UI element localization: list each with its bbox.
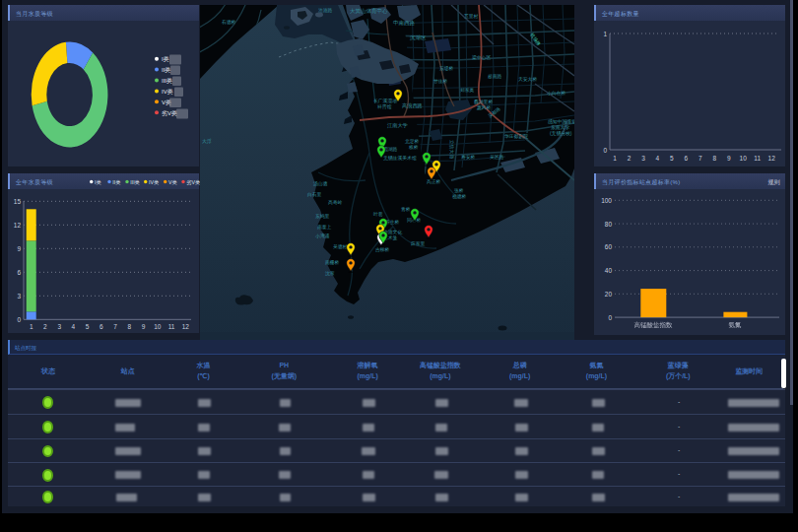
svg-text:总磷: 总磷 bbox=[512, 361, 527, 369]
svg-text:天安大桥: 天安大桥 bbox=[518, 76, 537, 82]
svg-text:石塘桥: 石塘桥 bbox=[222, 19, 236, 26]
svg-text:6: 6 bbox=[685, 155, 689, 162]
svg-text:滨湖区: 滨湖区 bbox=[410, 34, 427, 41]
svg-text:小白在桥: 小白在桥 bbox=[547, 91, 565, 96]
svg-text:0: 0 bbox=[17, 316, 21, 323]
svg-text:1: 1 bbox=[613, 155, 617, 162]
svg-text:9: 9 bbox=[17, 245, 21, 252]
svg-text:10: 10 bbox=[154, 323, 162, 330]
svg-text:汤山塘: 汤山塘 bbox=[313, 180, 328, 187]
svg-text:6: 6 bbox=[17, 269, 21, 276]
svg-text:80: 80 bbox=[605, 221, 613, 228]
svg-text:2: 2 bbox=[43, 323, 47, 330]
svg-text:100: 100 bbox=[601, 197, 612, 204]
svg-text:(mg/L): (mg/L) bbox=[509, 372, 530, 380]
svg-text:1: 1 bbox=[603, 31, 607, 37]
svg-text:12: 12 bbox=[14, 222, 22, 229]
svg-text:水温: 水温 bbox=[196, 362, 211, 369]
svg-text:立信大道: 立信大道 bbox=[448, 140, 455, 159]
svg-text:高锰酸盐指数: 高锰酸盐指数 bbox=[420, 361, 461, 369]
svg-text:劣V类: 劣V类 bbox=[186, 179, 200, 186]
svg-text:高浪西路: 高浪西路 bbox=[402, 102, 423, 109]
svg-text:9: 9 bbox=[142, 323, 146, 330]
svg-text:3: 3 bbox=[17, 293, 21, 299]
svg-text:II类: II类 bbox=[112, 179, 120, 185]
svg-text:高正桥: 高正桥 bbox=[427, 178, 441, 184]
svg-text:(mg/L): (mg/L) bbox=[586, 372, 607, 380]
svg-text:站点: 站点 bbox=[120, 367, 135, 375]
svg-text:4: 4 bbox=[656, 155, 660, 162]
svg-text:11: 11 bbox=[754, 155, 761, 162]
svg-text:状态: 状态 bbox=[40, 367, 56, 375]
svg-text:蓝绿藻: 蓝绿藻 bbox=[667, 362, 689, 369]
svg-text:惠风桥: 惠风桥 bbox=[476, 105, 492, 110]
svg-text:溶解氧: 溶解氧 bbox=[357, 361, 378, 369]
svg-text:II类: II类 bbox=[162, 67, 170, 73]
svg-text:郑家奥: 郑家奥 bbox=[460, 87, 475, 93]
svg-text:机场路: 机场路 bbox=[528, 33, 541, 47]
svg-text:7: 7 bbox=[698, 155, 702, 162]
svg-text:V类: V类 bbox=[168, 179, 177, 185]
svg-text:III类: III类 bbox=[162, 78, 172, 84]
svg-text:叶巷: 叶巷 bbox=[373, 212, 383, 217]
svg-text:中南西路: 中南西路 bbox=[393, 20, 416, 27]
svg-text:IV类: IV类 bbox=[149, 179, 159, 185]
svg-text:(无锡分校): (无锡分校) bbox=[550, 130, 572, 137]
svg-text:科霄馆: 科霄馆 bbox=[377, 103, 392, 110]
svg-text:超南路: 超南路 bbox=[488, 74, 502, 80]
svg-text:祝塘桥: 祝塘桥 bbox=[452, 193, 467, 200]
svg-text:高锰酸盐指数: 高锰酸盐指数 bbox=[634, 321, 674, 329]
svg-text:IV类: IV类 bbox=[162, 89, 173, 95]
svg-text:0: 0 bbox=[608, 314, 612, 321]
svg-text:白石里: 白石里 bbox=[307, 191, 322, 197]
svg-text:高奇岭: 高奇岭 bbox=[328, 199, 343, 205]
svg-text:板桥: 板桥 bbox=[409, 145, 419, 150]
svg-text:(无量纲): (无量纲) bbox=[272, 371, 298, 380]
svg-text:吴塘村: 吴塘村 bbox=[333, 243, 348, 250]
svg-text:江南大学: 江南大学 bbox=[387, 122, 408, 129]
svg-text:甘佳桥: 甘佳桥 bbox=[433, 79, 448, 84]
svg-text:东鸠里: 东鸠里 bbox=[315, 213, 330, 219]
svg-text:20: 20 bbox=[605, 291, 613, 298]
svg-text:12: 12 bbox=[768, 155, 776, 162]
svg-text:寿安桥: 寿安桥 bbox=[461, 154, 476, 160]
svg-text:3: 3 bbox=[57, 323, 61, 330]
svg-text:2: 2 bbox=[628, 155, 632, 162]
svg-text:(℃): (℃) bbox=[197, 372, 209, 380]
svg-text:吉柳桥: 吉柳桥 bbox=[375, 247, 390, 253]
svg-text:氨氮: 氨氮 bbox=[729, 321, 743, 328]
svg-text:无锡佳溪美术馆: 无锡佳溪美术馆 bbox=[383, 155, 417, 162]
svg-text:氨氮: 氨氮 bbox=[589, 362, 604, 369]
svg-text:5: 5 bbox=[86, 323, 90, 330]
svg-text:梁中心区: 梁中心区 bbox=[472, 54, 491, 60]
svg-text:(万个/L): (万个/L) bbox=[666, 372, 691, 380]
svg-text:I类: I类 bbox=[162, 56, 169, 62]
svg-text:12: 12 bbox=[182, 323, 190, 330]
svg-text:9: 9 bbox=[727, 155, 731, 162]
svg-text:监测时间: 监测时间 bbox=[735, 367, 763, 375]
svg-text:3: 3 bbox=[641, 155, 645, 162]
svg-text:华庄都剧院: 华庄都剧院 bbox=[504, 133, 528, 140]
svg-text:南栅桥: 南栅桥 bbox=[325, 259, 340, 265]
svg-text:大浮: 大浮 bbox=[202, 138, 212, 144]
svg-text:青桥: 青桥 bbox=[401, 207, 411, 212]
svg-text:东堤桥: 东堤桥 bbox=[439, 65, 454, 72]
svg-text:4: 4 bbox=[72, 323, 76, 330]
svg-text:薛家里: 薛家里 bbox=[411, 240, 426, 246]
svg-text:11: 11 bbox=[168, 323, 175, 330]
svg-text:北定桥: 北定桥 bbox=[405, 138, 420, 145]
svg-text:III类: III类 bbox=[130, 179, 140, 185]
svg-text:沈家: 沈家 bbox=[325, 270, 335, 277]
svg-text:6: 6 bbox=[100, 323, 103, 330]
svg-text:(mg/L): (mg/L) bbox=[357, 372, 377, 380]
svg-text:7: 7 bbox=[113, 323, 117, 330]
svg-text:长广溪湿地: 长广溪湿地 bbox=[373, 98, 397, 103]
svg-text:东南大学: 东南大学 bbox=[551, 124, 569, 130]
svg-text:小湾浦: 小湾浦 bbox=[315, 233, 330, 239]
svg-text:大箕山体育中心: 大箕山体育中心 bbox=[350, 8, 388, 14]
svg-text:劣V类: 劣V类 bbox=[162, 110, 177, 117]
svg-text:40: 40 bbox=[605, 267, 613, 274]
svg-text:I类: I类 bbox=[95, 179, 101, 185]
svg-text:(mg/L): (mg/L) bbox=[430, 372, 450, 380]
svg-text:8: 8 bbox=[712, 155, 716, 162]
